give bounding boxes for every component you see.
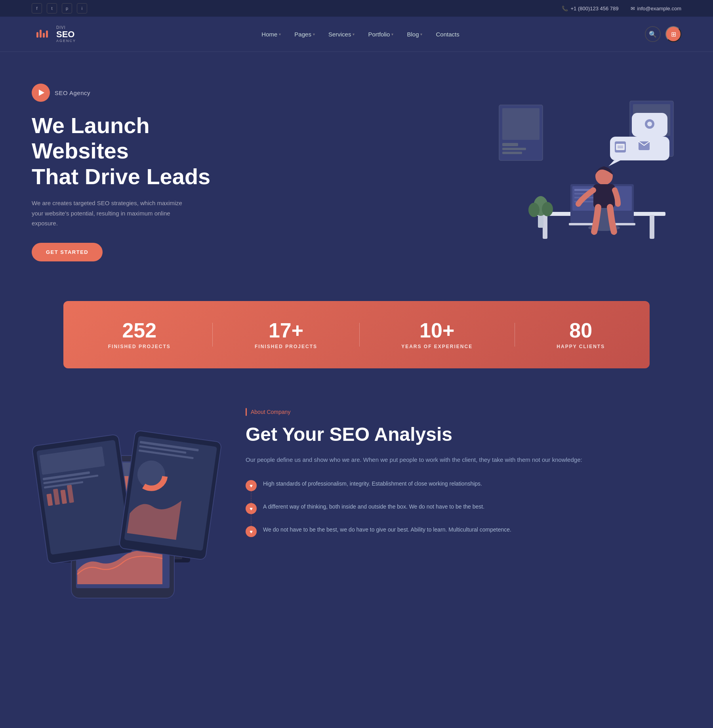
stat-divider-2	[359, 323, 360, 347]
check-item-2: A different way of thinking, both inside…	[246, 502, 681, 514]
nav-services[interactable]: Services ▾	[323, 28, 360, 41]
hero-section: SEO Agency We Launch Websites That Drive…	[0, 52, 713, 285]
stat-finished-projects-2: 17+ FINISHED PROJECTS	[255, 320, 317, 349]
stat-divider-3	[515, 323, 515, 347]
phone-number: +1 (800)123 456 789	[570, 6, 618, 11]
logo[interactable]: DIVI SEO AGENCY	[32, 24, 76, 44]
stat-number-2: 17+	[255, 320, 317, 341]
nav-pages-arrow: ▾	[313, 32, 315, 36]
logo-bars	[36, 30, 48, 38]
nav-home-label: Home	[261, 31, 277, 38]
about-title: Get Your SEO Analysis	[246, 423, 681, 446]
search-button[interactable]: 🔍	[645, 26, 661, 42]
phone-contact: 📞 +1 (800)123 456 789	[562, 6, 618, 11]
about-description: Our people define us and show who we are…	[246, 454, 681, 465]
stat-number-3: 10+	[401, 320, 473, 341]
svg-point-34	[647, 122, 652, 126]
logo-seo: SEO	[56, 30, 76, 39]
svg-rect-3	[502, 148, 526, 150]
nav-home[interactable]: Home ▾	[256, 28, 286, 41]
nav-pages[interactable]: Pages ▾	[289, 28, 320, 41]
hero-badge: SEO Agency	[32, 84, 222, 102]
facebook-icon[interactable]: f	[32, 3, 42, 13]
bar3	[43, 33, 45, 38]
stat-label-4: HAPPY CLIENTS	[557, 344, 605, 349]
nav-portfolio-arrow: ▾	[391, 32, 393, 36]
hero-title: We Launch Websites That Drive Leads	[32, 113, 222, 189]
nav-pages-label: Pages	[294, 31, 311, 38]
stat-divider-1	[212, 323, 213, 347]
social-icons: f t p i	[32, 3, 87, 13]
contact-info: 📞 +1 (800)123 456 789 ✉ info@example.com	[562, 6, 681, 11]
stat-label-3: YEARS OF EXPERIENCE	[401, 344, 473, 349]
hero-svg	[491, 97, 681, 248]
svg-rect-27	[616, 144, 625, 150]
nav-services-label: Services	[328, 31, 351, 38]
nav-portfolio-label: Portfolio	[368, 31, 390, 38]
logo-icon	[32, 24, 52, 44]
nav-blog-arrow: ▾	[420, 32, 422, 36]
section-tag-text: About Company	[251, 409, 290, 415]
hero-title-line2: That Drive Leads	[32, 164, 210, 189]
nav-actions: 🔍 ⊞	[645, 26, 681, 42]
stat-years-experience: 10+ YEARS OF EXPERIENCE	[401, 320, 473, 349]
section-tag-line	[246, 408, 247, 416]
top-bar: f t p i 📞 +1 (800)123 456 789 ✉ info@exa…	[0, 0, 713, 17]
about-illustration-container	[32, 400, 222, 608]
section-tag: About Company	[246, 408, 681, 416]
nav-contacts[interactable]: Contacts	[430, 28, 465, 41]
check-item-1: High standards of professionalism, integ…	[246, 479, 681, 491]
check-connector-1	[251, 491, 252, 503]
stat-finished-projects-1: 252 FINISHED PROJECTS	[108, 320, 171, 349]
svg-point-38	[542, 202, 553, 216]
check-icon-2	[246, 503, 257, 514]
about-section: About Company Get Your SEO Analysis Our …	[0, 368, 713, 639]
check-connector-2	[251, 514, 252, 526]
stat-happy-clients: 80 HAPPY CLIENTS	[557, 320, 605, 349]
svg-rect-2	[502, 143, 518, 146]
stat-label-2: FINISHED PROJECTS	[255, 344, 317, 349]
nav-home-arrow: ▾	[279, 32, 281, 36]
check-text-3: We do not have to be the best, we do hav…	[263, 525, 511, 535]
svg-rect-1	[502, 108, 540, 140]
email-address: info@example.com	[637, 6, 681, 11]
hero-description: We are creates targeted SEO strategies, …	[32, 198, 190, 229]
main-nav: Home ▾ Pages ▾ Services ▾ Portfolio ▾ Bl…	[256, 28, 465, 41]
hero-content: SEO Agency We Launch Websites That Drive…	[32, 84, 222, 261]
stats-wrapper: 252 FINISHED PROJECTS 17+ FINISHED PROJE…	[0, 301, 713, 368]
grid-button[interactable]: ⊞	[665, 26, 681, 42]
logo-text: DIVI SEO AGENCY	[56, 25, 76, 43]
logo-agency: AGENCY	[56, 39, 76, 43]
instagram-icon[interactable]: i	[77, 3, 87, 13]
bar1	[36, 32, 38, 38]
stats-bar: 252 FINISHED PROJECTS 17+ FINISHED PROJE…	[63, 301, 650, 368]
get-started-button[interactable]: GET STARTED	[32, 243, 103, 261]
svg-point-37	[528, 203, 540, 217]
phone-icon: 📞	[562, 6, 568, 11]
check-text-1: High standards of professionalism, integ…	[263, 479, 482, 489]
check-icon-1	[246, 480, 257, 491]
about-content: About Company Get Your SEO Analysis Our …	[246, 400, 681, 537]
stat-label-1: FINISHED PROJECTS	[108, 344, 171, 349]
twitter-icon[interactable]: t	[47, 3, 57, 13]
stat-number-4: 80	[557, 320, 605, 341]
play-button[interactable]	[32, 84, 50, 102]
nav-portfolio[interactable]: Portfolio ▾	[362, 28, 399, 41]
about-svg	[32, 400, 222, 606]
play-triangle-icon	[39, 90, 44, 96]
svg-rect-12	[650, 215, 654, 239]
check-icon-3	[246, 526, 257, 537]
about-checklist: High standards of professionalism, integ…	[246, 479, 681, 537]
pinterest-icon[interactable]: p	[62, 3, 72, 13]
svg-rect-4	[502, 152, 522, 154]
check-text-2: A different way of thinking, both inside…	[263, 502, 484, 512]
email-contact: ✉ info@example.com	[631, 6, 681, 11]
nav-services-arrow: ▾	[353, 32, 355, 36]
nav-blog[interactable]: Blog ▾	[401, 28, 428, 41]
nav-blog-label: Blog	[407, 31, 419, 38]
hero-title-line1: We Launch Websites	[32, 113, 150, 163]
bar2	[40, 30, 42, 38]
svg-rect-23	[593, 184, 615, 208]
nav-contacts-label: Contacts	[436, 31, 459, 38]
email-icon: ✉	[631, 6, 635, 11]
